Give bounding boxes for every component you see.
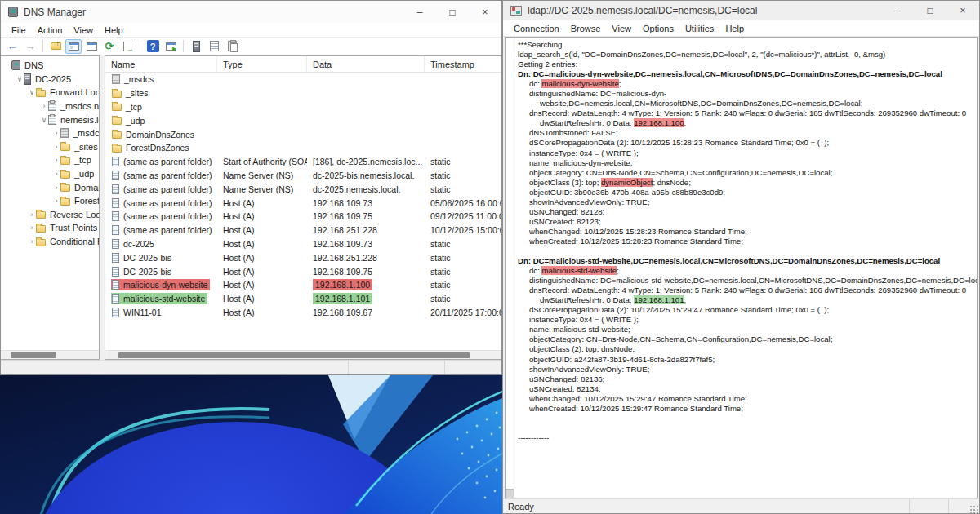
list-scroll-thumb[interactable] <box>118 352 470 358</box>
tree-item--tcp[interactable]: ›_tcp <box>1 153 99 167</box>
close-button[interactable]: × <box>469 1 501 23</box>
tree-item--msdcs[interactable]: ›_msdcs <box>1 126 99 140</box>
table-row[interactable]: (same as parent folder)Host (A)192.168.2… <box>105 224 501 237</box>
tree-horizontal-scrollbar[interactable] <box>1 350 99 359</box>
tree-item-nemesis-lo[interactable]: ∨nemesis.lo <box>1 113 99 126</box>
column-header-data[interactable]: Data <box>307 56 425 72</box>
menu-connection[interactable]: Connection <box>508 23 565 34</box>
new-window-icon[interactable] <box>163 39 179 54</box>
close-button[interactable]: × <box>947 1 979 20</box>
chevron-right-icon[interactable]: › <box>52 170 60 178</box>
tree-item--sites[interactable]: ›_sites <box>1 140 99 154</box>
ldp-tree-scrollbar[interactable] <box>506 489 514 498</box>
properties-icon[interactable] <box>83 39 100 54</box>
tree-item-reverse-looku[interactable]: ›Reverse Looku <box>1 208 99 222</box>
table-row[interactable]: (same as parent folder)Name Server (NS)d… <box>105 169 501 183</box>
tree-item--msdcs-ne[interactable]: ›_msdcs.ne <box>1 100 99 113</box>
chevron-right-icon[interactable]: › <box>28 237 36 246</box>
tree-item-domai[interactable]: ›Domai <box>1 180 99 194</box>
chevron-right-icon[interactable]: › <box>52 143 60 151</box>
menu-file[interactable]: File <box>6 24 32 36</box>
list-horizontal-scrollbar[interactable] <box>105 350 501 359</box>
table-row[interactable]: (same as parent folder)Host (A)192.168.1… <box>105 210 501 224</box>
chevron-right-icon[interactable]: › <box>52 197 60 205</box>
resize-grip[interactable] <box>969 505 978 513</box>
tree-item-label: DNS <box>24 60 43 70</box>
menu-help[interactable]: Help <box>99 24 129 36</box>
ldp-output-line: name: malicious-std-website; <box>518 325 977 335</box>
tree-item--udp[interactable]: ›_udp <box>1 167 99 181</box>
tree-scroll-thumb[interactable] <box>11 352 56 358</box>
chevron-right-icon[interactable]: › <box>52 184 60 192</box>
forward-icon[interactable]: → <box>22 39 38 54</box>
chevron-right-icon[interactable]: › <box>52 156 60 164</box>
maximize-button[interactable]: □ <box>436 1 469 23</box>
refresh-icon[interactable]: ⟳ <box>101 39 118 54</box>
record-icon <box>112 239 119 249</box>
menu-utilities[interactable]: Utilities <box>679 23 719 34</box>
menu-view[interactable]: View <box>606 23 637 34</box>
up-one-level-icon[interactable] <box>47 39 64 54</box>
table-row[interactable]: (same as parent folder)Host (A)192.168.1… <box>105 196 501 210</box>
table-row[interactable]: dc-2025Host (A)192.168.109.73static <box>105 237 501 251</box>
output-text: whenChanged: 10/12/2025 15:28:23 Romance… <box>529 227 747 236</box>
export-list-icon[interactable] <box>119 39 136 54</box>
chevron-down-icon[interactable]: ∨ <box>16 75 24 83</box>
show-console-tree-icon[interactable] <box>65 39 82 54</box>
table-row[interactable]: _udp <box>105 113 501 127</box>
ldp-output-line: uSNChanged: 82136; <box>518 374 977 384</box>
view-records-icon[interactable] <box>206 39 222 54</box>
chevron-right-icon[interactable]: › <box>52 129 60 137</box>
tree-item-foresti[interactable]: ›ForestI <box>1 194 99 208</box>
record-name-label: malicious-dyn-website <box>123 280 207 290</box>
table-row[interactable]: DC-2025-bisHost (A)192.168.251.228static <box>105 250 501 264</box>
minimize-button[interactable]: – <box>881 1 914 20</box>
create-record-icon[interactable] <box>188 39 204 54</box>
chevron-down-icon[interactable]: ∨ <box>28 88 36 96</box>
ldp-output-line: ldap_search_s(ld, "DC=DomainDnsZones,DC=… <box>518 50 977 60</box>
table-row[interactable]: _sites <box>105 86 501 100</box>
table-row[interactable]: (same as parent folder)Name Server (NS)d… <box>105 182 501 196</box>
chevron-right-icon[interactable]: › <box>28 210 36 219</box>
tree-item-forward-looku[interactable]: ∨Forward Looku <box>1 86 99 100</box>
tree-item-trust-points[interactable]: ›Trust Points <box>1 221 99 235</box>
chevron-right-icon[interactable]: › <box>40 102 48 110</box>
chevron-down-icon[interactable]: ∨ <box>40 116 48 124</box>
menu-view[interactable]: View <box>68 24 99 36</box>
menu-action[interactable]: Action <box>32 24 69 36</box>
ldp-output-pane[interactable]: ***Searching...ldap_search_s(ld, "DC=Dom… <box>514 37 978 498</box>
dns-titlebar[interactable]: DNS Manager – □ × <box>1 1 501 23</box>
ldp-output-line: uSNChanged: 82128; <box>518 207 977 217</box>
table-row[interactable]: DC-2025-bisHost (A)192.168.109.75static <box>105 264 501 278</box>
menu-help[interactable]: Help <box>719 23 750 34</box>
menu-browse[interactable]: Browse <box>565 23 607 34</box>
column-header-name[interactable]: Name <box>105 56 217 72</box>
table-row[interactable]: (same as parent folder)Start of Authorit… <box>105 155 501 169</box>
table-row[interactable]: _tcp <box>105 100 501 114</box>
tree-item-dns[interactable]: DNS <box>1 59 99 73</box>
help-icon[interactable]: ? <box>145 39 161 54</box>
table-row[interactable]: DomainDnsZones <box>105 127 501 141</box>
maximize-button[interactable]: □ <box>914 1 947 20</box>
table-row[interactable]: malicious-std-websiteHost (A)192.168.1.1… <box>105 292 501 306</box>
record-icon <box>112 171 119 180</box>
table-row[interactable]: malicious-dyn-websiteHost (A)192.168.1.1… <box>105 278 501 292</box>
chevron-right-icon[interactable]: › <box>28 224 36 232</box>
minimize-button[interactable]: – <box>403 1 436 23</box>
filter-icon[interactable] <box>224 39 240 54</box>
record-data: 192.168.109.67 <box>307 308 425 317</box>
back-icon[interactable]: ← <box>4 39 20 54</box>
wallpaper <box>0 375 502 514</box>
ldp-titlebar[interactable]: ldap://DC-2025.nemesis.local/DC=nemesis,… <box>503 1 979 20</box>
menu-options[interactable]: Options <box>637 23 679 34</box>
ldp-tree-pane[interactable] <box>505 37 514 498</box>
column-header-type[interactable]: Type <box>217 56 307 72</box>
table-row[interactable]: _msdcs <box>105 73 501 86</box>
table-row[interactable]: WIN11-01Host (A)192.168.109.6720/11/2025… <box>105 306 501 320</box>
output-text: distinguishedName: DC=malicious-dyn- <box>529 89 666 98</box>
column-header-timestamp[interactable]: Timestamp <box>425 56 501 72</box>
zone-icon <box>48 101 56 111</box>
tree-item-conditional-fo[interactable]: ›Conditional Fo <box>1 235 99 249</box>
table-row[interactable]: ForestDnsZones <box>105 141 501 155</box>
tree-item-dc-2025[interactable]: ∨DC-2025 <box>1 73 99 86</box>
